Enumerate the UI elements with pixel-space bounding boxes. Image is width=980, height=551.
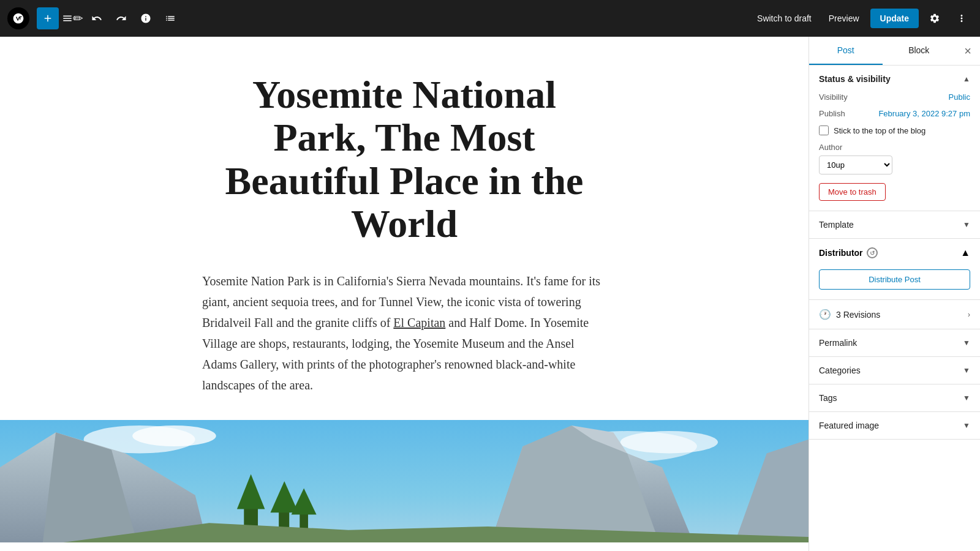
distribute-post-button[interactable]: Distribute Post: [819, 269, 970, 290]
redo-button[interactable]: [110, 7, 132, 29]
settings-button[interactable]: [924, 7, 946, 29]
preview-button[interactable]: Preview: [823, 10, 865, 27]
distributor-header[interactable]: Distributor ↺ ▲: [809, 239, 980, 267]
distributor-body: Distribute Post: [809, 267, 980, 299]
list-view-button[interactable]: [159, 7, 181, 29]
author-row: Author 10up: [819, 143, 970, 174]
stick-to-top-label: Stick to the top of the blog: [834, 126, 925, 135]
toolbar-right: Switch to draft Preview Update: [751, 7, 973, 29]
visibility-label: Visibility: [819, 92, 848, 102]
undo-button[interactable]: [86, 7, 108, 29]
tags-section[interactable]: Tags ▼: [809, 384, 980, 412]
switch-to-draft-button[interactable]: Switch to draft: [751, 10, 818, 27]
status-visibility-title: Status & visibility: [819, 74, 891, 84]
distributor-chevron: ▲: [960, 247, 970, 258]
visibility-value[interactable]: Public: [949, 92, 970, 102]
revisions-label: 3 Revisions: [836, 310, 880, 320]
tab-block[interactable]: Block: [883, 37, 956, 65]
revisions-row[interactable]: 🕐 3 Revisions ›: [809, 300, 980, 329]
revisions-chevron: ›: [968, 310, 970, 319]
categories-title: Categories: [819, 365, 861, 375]
status-visibility-section: Status & visibility ▲ Visibility Public …: [809, 66, 980, 211]
tools-button[interactable]: ✏: [61, 7, 83, 29]
move-to-trash-button[interactable]: Move to trash: [819, 183, 886, 201]
post-body[interactable]: Yosemite Nation Park is in California's …: [202, 271, 606, 395]
permalink-title: Permalink: [819, 338, 857, 348]
svg-point-4: [620, 431, 718, 453]
status-visibility-header[interactable]: Status & visibility ▲: [809, 66, 980, 92]
editor-content: Yosemite National Park, The Most Beautif…: [178, 73, 631, 395]
featured-image-title: Featured image: [819, 421, 879, 430]
sidebar: Post Block × Status & visibility ▲ Visib…: [809, 37, 980, 551]
revisions-icon: 🕐: [819, 309, 831, 320]
distributor-label: Distributor: [819, 248, 863, 258]
stick-to-top-checkbox[interactable]: [819, 126, 829, 135]
update-button[interactable]: Update: [870, 9, 919, 28]
template-section[interactable]: Template ▼: [809, 211, 980, 239]
visibility-row: Visibility Public: [819, 92, 970, 102]
toolbar: ✏ Switch to draft Preview Update: [0, 0, 980, 37]
template-chevron: ▼: [963, 220, 970, 229]
tags-chevron: ▼: [963, 394, 970, 402]
publish-label: Publish: [819, 109, 845, 118]
author-select[interactable]: 10up: [819, 156, 892, 174]
main-layout: Yosemite National Park, The Most Beautif…: [0, 37, 980, 551]
publish-row: Publish February 3, 2022 9:27 pm: [819, 109, 970, 118]
tags-title: Tags: [819, 393, 837, 403]
featured-image-chevron: ▼: [963, 421, 970, 430]
permalink-section[interactable]: Permalink ▼: [809, 329, 980, 357]
categories-chevron: ▼: [963, 366, 970, 375]
more-options-button[interactable]: [951, 7, 973, 29]
distributor-icon: ↺: [867, 247, 878, 258]
author-label: Author: [819, 143, 970, 152]
info-button[interactable]: [135, 7, 157, 29]
permalink-chevron: ▼: [963, 339, 970, 347]
editor-area[interactable]: Yosemite National Park, The Most Beautif…: [0, 37, 809, 551]
distributor-section: Distributor ↺ ▲ Distribute Post: [809, 239, 980, 300]
featured-image-section[interactable]: Featured image ▼: [809, 412, 980, 440]
template-title: Template: [819, 220, 854, 230]
sidebar-tabs: Post Block ×: [809, 37, 980, 66]
post-title[interactable]: Yosemite National Park, The Most Beautif…: [202, 73, 606, 246]
stick-to-top-row: Stick to the top of the blog: [819, 126, 970, 135]
publish-date[interactable]: February 3, 2022 9:27 pm: [878, 109, 970, 118]
tab-post[interactable]: Post: [809, 37, 883, 65]
close-sidebar-button[interactable]: ×: [956, 37, 980, 65]
distributor-title: Distributor ↺: [819, 247, 878, 258]
add-block-button[interactable]: [37, 7, 59, 29]
svg-point-2: [132, 425, 216, 446]
status-visibility-body: Visibility Public Publish February 3, 20…: [809, 92, 980, 211]
categories-section[interactable]: Categories ▼: [809, 357, 980, 384]
status-visibility-chevron: ▲: [963, 75, 970, 83]
wp-logo: [7, 7, 29, 29]
post-featured-image: [0, 420, 809, 542]
